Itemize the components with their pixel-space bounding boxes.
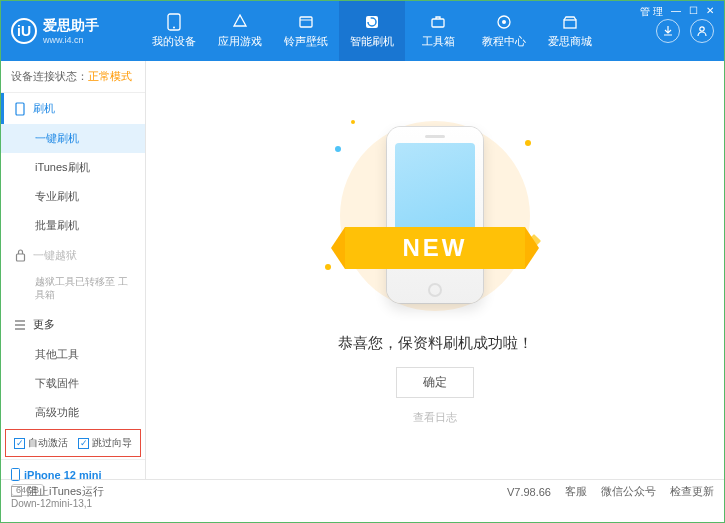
device-model: Down-12mini-13,1 — [11, 498, 135, 509]
toolbox-icon — [429, 13, 447, 31]
maximize-icon[interactable]: ☐ — [689, 5, 698, 19]
main-nav: 我的设备 应用游戏 铃声壁纸 智能刷机 工具箱 — [141, 1, 603, 61]
store-icon — [561, 13, 579, 31]
sidebar-item-itunes-flash[interactable]: iTunes刷机 — [1, 153, 145, 182]
ok-button[interactable]: 确定 — [396, 367, 474, 398]
view-log-link[interactable]: 查看日志 — [413, 410, 457, 425]
block-itunes-label: 阻止iTunes运行 — [27, 484, 104, 499]
nav-store[interactable]: 爱思商城 — [537, 1, 603, 61]
svg-rect-11 — [12, 469, 20, 481]
sidebar-item-batch-flash[interactable]: 批量刷机 — [1, 211, 145, 240]
connection-status: 设备连接状态：正常模式 — [1, 61, 145, 93]
jailbreak-note: 越狱工具已转移至 工具箱 — [1, 271, 145, 309]
menu-icon — [13, 318, 27, 332]
window-mgmt[interactable]: 管 理 — [640, 5, 663, 19]
nav-flash[interactable]: 智能刷机 — [339, 1, 405, 61]
device-name-label: iPhone 12 mini — [24, 469, 102, 481]
check-skip-guide[interactable]: ✓跳过向导 — [78, 436, 132, 450]
phone-icon — [165, 13, 183, 31]
svg-rect-10 — [16, 254, 24, 261]
sidebar-item-pro-flash[interactable]: 专业刷机 — [1, 182, 145, 211]
apps-icon — [231, 13, 249, 31]
nav-label: 智能刷机 — [350, 34, 394, 49]
minimize-icon[interactable]: — — [671, 5, 681, 19]
footer-support[interactable]: 客服 — [565, 484, 587, 499]
nav-label: 应用游戏 — [218, 34, 262, 49]
section-jailbreak[interactable]: 一键越狱 — [1, 240, 145, 271]
app-title: 爱思助手 — [43, 17, 99, 35]
success-illustration: NEW — [335, 116, 535, 316]
sidebar-item-advanced[interactable]: 高级功能 — [1, 398, 145, 427]
tutorial-icon — [495, 13, 513, 31]
svg-point-6 — [502, 20, 506, 24]
sidebar: 设备连接状态：正常模式 刷机 一键刷机 iTunes刷机 专业刷机 批量刷机 一… — [1, 61, 146, 479]
version-label: V7.98.66 — [507, 486, 551, 498]
check-auto-activate[interactable]: ✓自动激活 — [14, 436, 68, 450]
main-content: NEW 恭喜您，保资料刷机成功啦！ 确定 查看日志 — [146, 61, 724, 479]
section-more[interactable]: 更多 — [1, 309, 145, 340]
nav-my-device[interactable]: 我的设备 — [141, 1, 207, 61]
nav-tutorial[interactable]: 教程中心 — [471, 1, 537, 61]
nav-label: 教程中心 — [482, 34, 526, 49]
svg-point-8 — [700, 27, 704, 31]
ringtone-icon — [297, 13, 315, 31]
app-logo: iU 爱思助手 www.i4.cn — [11, 17, 141, 45]
nav-label: 爱思商城 — [548, 34, 592, 49]
nav-label: 铃声壁纸 — [284, 34, 328, 49]
svg-point-1 — [173, 27, 175, 29]
phone-icon — [11, 468, 20, 481]
phone-icon — [13, 102, 27, 116]
download-icon[interactable] — [656, 19, 680, 43]
sidebar-item-oneclick-flash[interactable]: 一键刷机 — [1, 124, 145, 153]
svg-rect-7 — [564, 20, 576, 28]
svg-rect-4 — [432, 19, 444, 27]
user-icon[interactable] — [690, 19, 714, 43]
svg-rect-9 — [16, 103, 24, 115]
nav-label: 我的设备 — [152, 34, 196, 49]
new-badge: NEW — [345, 227, 525, 269]
nav-apps[interactable]: 应用游戏 — [207, 1, 273, 61]
close-icon[interactable]: ✕ — [706, 5, 714, 19]
nav-ringtone[interactable]: 铃声壁纸 — [273, 1, 339, 61]
footer-wechat[interactable]: 微信公众号 — [601, 484, 656, 499]
success-message: 恭喜您，保资料刷机成功啦！ — [338, 334, 533, 353]
block-itunes-checkbox[interactable] — [11, 486, 22, 497]
section-flash[interactable]: 刷机 — [1, 93, 145, 124]
app-url: www.i4.cn — [43, 35, 99, 45]
window-controls: 管 理 — ☐ ✕ — [640, 5, 714, 19]
flash-options: ✓自动激活 ✓跳过向导 — [5, 429, 141, 457]
sidebar-item-download-firmware[interactable]: 下载固件 — [1, 369, 145, 398]
svg-rect-2 — [300, 17, 312, 27]
logo-icon: iU — [11, 18, 37, 44]
flash-icon — [363, 13, 381, 31]
lock-icon — [13, 249, 27, 263]
nav-label: 工具箱 — [422, 34, 455, 49]
nav-toolbox[interactable]: 工具箱 — [405, 1, 471, 61]
app-header: 管 理 — ☐ ✕ iU 爱思助手 www.i4.cn 我的设备 应用游戏 — [1, 1, 724, 61]
footer-check-update[interactable]: 检查更新 — [670, 484, 714, 499]
sidebar-item-other-tools[interactable]: 其他工具 — [1, 340, 145, 369]
